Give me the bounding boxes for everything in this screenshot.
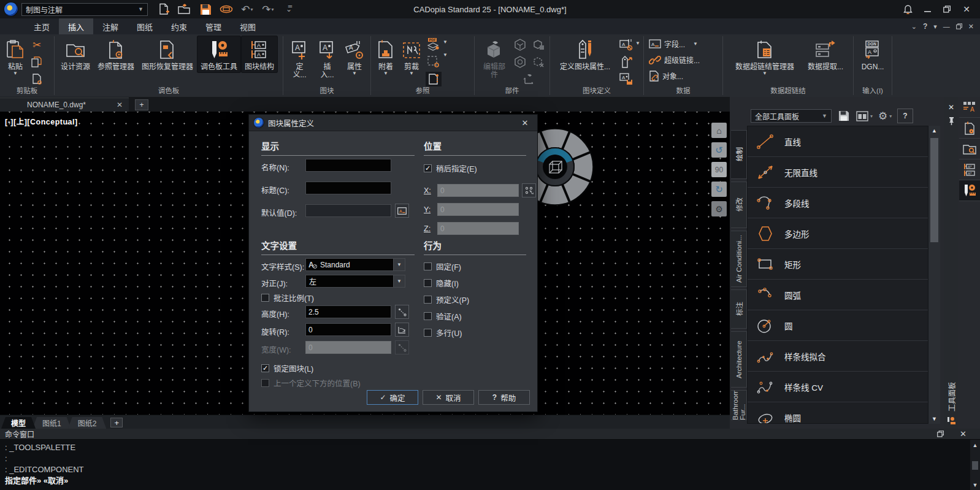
object-link-button[interactable]: 对象... — [647, 68, 685, 83]
predefined-checkbox[interactable]: 预定义(P) — [424, 294, 469, 305]
palette-scrollbar[interactable]: ▲ ▼ — [928, 126, 940, 424]
data-hyperlink-manager-button[interactable]: 数据超链结管理器 ▼ — [726, 36, 803, 77]
clip-boundary-button[interactable] — [426, 55, 442, 69]
chevron-down-icon[interactable]: ▼ — [393, 275, 405, 287]
data-extract-button[interactable]: 数据提取... — [805, 36, 846, 72]
new-file-button[interactable] — [156, 2, 171, 17]
text-style-combo[interactable]: A Standard ▼ — [305, 258, 405, 271]
rotate-cw-button[interactable]: ↻ — [711, 182, 727, 197]
palette-selector[interactable]: 全部工具面板 ▼ — [751, 109, 832, 123]
palette-item-arc[interactable]: 圆弧 — [748, 280, 928, 310]
category-tab-draw[interactable]: 绘制 — [731, 130, 747, 179]
palette-item-xline[interactable]: 无限直线 — [748, 157, 928, 188]
pick-height-button[interactable] — [395, 305, 409, 319]
help-button[interactable]: ? — [923, 22, 927, 31]
checkbox-checked-icon[interactable]: ✓ — [424, 164, 432, 172]
define-block-attributes-button[interactable]: 定义图块属性... — [553, 36, 617, 72]
command-prompt[interactable]: 指定部件» «取消» — [5, 475, 965, 486]
component-hand-axes-button[interactable] — [521, 72, 537, 86]
close-icon[interactable]: ✕ — [948, 103, 954, 112]
specify-later-checkbox[interactable]: ✓ 稍后指定(E) — [424, 163, 477, 174]
attribute-display-button[interactable]: A — [618, 37, 634, 52]
paste-button[interactable]: 粘贴 ▼ — [3, 36, 28, 77]
doc-close-button[interactable]: ✕ — [968, 23, 974, 31]
checkbox-icon[interactable] — [424, 329, 432, 337]
close-button[interactable]: ✕ — [958, 2, 975, 16]
close-icon[interactable]: ✕ — [117, 101, 123, 109]
component-hexbox-button[interactable] — [512, 37, 528, 52]
checkbox-icon[interactable] — [261, 294, 269, 302]
palette-item-polyline[interactable]: 多段线 — [748, 188, 928, 218]
cut-button[interactable]: ✂ — [29, 37, 45, 52]
chevron-down-icon[interactable]: ▾ — [870, 113, 873, 119]
palette-item-ellipse[interactable]: 椭圆 — [748, 402, 928, 424]
chevron-down-icon[interactable]: ▾ — [272, 7, 274, 12]
validate-checkbox[interactable]: 验证(A) — [424, 310, 462, 322]
edit-component-button[interactable]: 编辑部件 — [478, 36, 511, 80]
document-tab[interactable]: NONAME_0.dwg* ✕ — [0, 98, 129, 112]
attach-reference-button[interactable]: 附着 ▼ — [374, 36, 397, 77]
add-document-button[interactable]: + — [135, 99, 148, 110]
chevron-down-icon[interactable]: ▼ — [635, 41, 640, 45]
default-value-input[interactable] — [305, 204, 391, 217]
close-icon[interactable]: ✕ — [960, 429, 967, 438]
workspace-selector[interactable]: 制图与注解 ▼ — [21, 3, 148, 16]
scrollbar-thumb[interactable] — [972, 461, 978, 470]
block-structure-button[interactable]: AA 图块结构 — [242, 36, 277, 72]
define-block-button[interactable]: A 定义... — [286, 36, 313, 80]
save-palette-button[interactable] — [836, 109, 852, 123]
close-icon[interactable]: ✕ — [518, 118, 532, 128]
model-tab[interactable]: 模型 — [1, 417, 36, 429]
chevron-down-icon[interactable]: ▾ — [889, 113, 892, 119]
category-tab-air-conditioning[interactable]: Air Conditioni... — [731, 231, 747, 287]
customize-toolbar-button[interactable]: ⌄̿ — [281, 2, 296, 17]
scroll-up-icon[interactable]: ▲ — [973, 442, 978, 448]
component-box-delete-button[interactable] — [530, 55, 546, 69]
restore-panel-icon[interactable] — [937, 429, 944, 438]
checkbox-icon[interactable] — [424, 296, 432, 304]
collapse-ribbon-icon[interactable]: ⌄ — [911, 23, 917, 31]
sheet2-tab[interactable]: 图纸2 — [68, 417, 107, 429]
tab-annotate[interactable]: 注解 — [93, 18, 128, 34]
notification-bell-icon[interactable] — [899, 2, 916, 16]
palette-item-rectangle[interactable]: 矩形 — [748, 249, 928, 280]
chevron-down-icon[interactable]: ▾ — [933, 23, 937, 31]
field-button[interactable]: A 字段... ▼ — [647, 36, 700, 52]
doc-minimize-button[interactable]: — — [943, 23, 950, 30]
block-attributes-button[interactable]: A 属性 ▼ — [342, 36, 367, 77]
palette-item-line[interactable]: 直线 — [748, 126, 928, 157]
rotate-ccw-button[interactable]: ↺ — [711, 142, 727, 158]
cancel-button[interactable]: ✕ 取消 — [423, 390, 474, 405]
pin-icon[interactable] — [947, 117, 955, 126]
text-styles-palette-button[interactable]: A — [959, 97, 980, 118]
pick-point-button[interactable] — [522, 183, 536, 197]
open-file-button[interactable] — [177, 2, 192, 17]
category-tab-bathroom-furniture[interactable]: Bathroom Fur... — [731, 390, 747, 420]
redo-button[interactable]: ↷▾ — [261, 2, 275, 17]
pdf-layers-button[interactable]: PDF — [426, 37, 442, 52]
scrollbar-thumb[interactable] — [930, 138, 938, 242]
command-history[interactable]: : _TOOLSPALETTE : : _EDITCOMPONENT 指定部件»… — [0, 440, 970, 490]
chevron-down-icon[interactable]: ▼ — [443, 40, 448, 44]
component-shieldbox-button[interactable] — [512, 55, 528, 69]
palette-item-circle[interactable]: 圆 — [748, 310, 928, 341]
tab-home[interactable]: 主页 — [25, 18, 59, 34]
insert-block-button[interactable]: A 插入... — [314, 36, 340, 80]
name-input[interactable] — [305, 159, 391, 172]
tab-view[interactable]: 视图 — [231, 18, 265, 34]
minimize-button[interactable] — [919, 2, 936, 16]
save-block-attributes-button[interactable]: A — [618, 72, 634, 86]
tab-insert[interactable]: 插入 — [59, 18, 93, 34]
print-button[interactable] — [219, 2, 234, 17]
palette-tools-button[interactable]: 调色板工具 — [197, 36, 240, 72]
copy-button[interactable] — [29, 55, 45, 69]
app-logo[interactable] — [4, 2, 18, 16]
palette-settings-button[interactable]: ⚙▾ — [877, 109, 893, 123]
tab-manage[interactable]: 管理 — [196, 18, 231, 34]
design-resources-palette-button[interactable] — [959, 139, 980, 159]
frame-settings-button[interactable] — [426, 72, 442, 86]
scroll-down-icon[interactable]: ▼ — [932, 414, 937, 424]
hyperlink-button[interactable]: 超级链接... — [647, 52, 702, 67]
component-box-save-button[interactable] — [530, 37, 546, 52]
reference-palette-button[interactable] — [959, 118, 980, 139]
